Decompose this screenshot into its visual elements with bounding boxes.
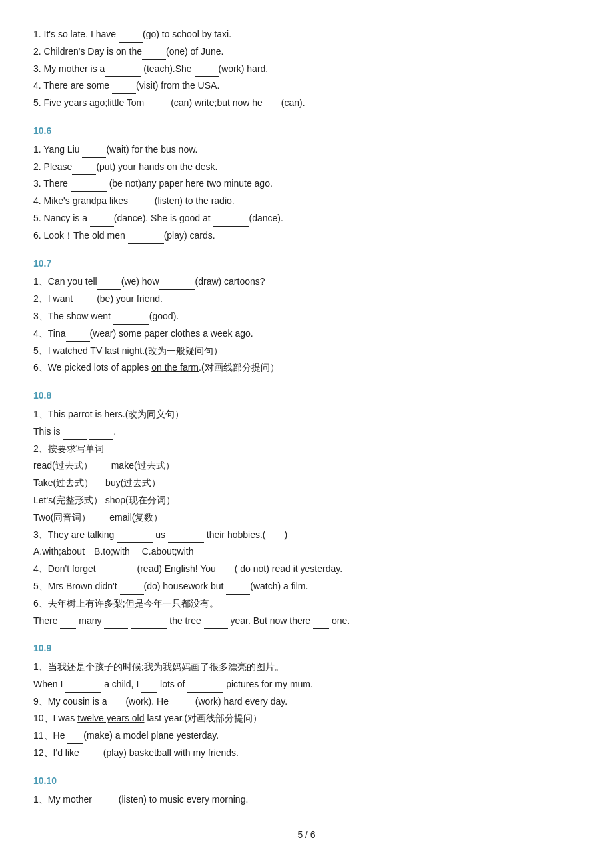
- section-108: 10.8 1、This parrot is hers.(改为同义句） This …: [33, 388, 580, 629]
- section-106-title: 10.6: [33, 123, 580, 139]
- s108-line-5: Take(过去式） buy(过去式）: [33, 475, 580, 491]
- s107-line-2: 2、I want(be) your friend.: [33, 291, 580, 307]
- s106-line-6: 6. Look！The old men (play) cards.: [33, 228, 580, 244]
- s106-line-2: 2. Please(put) your hands on the desk.: [33, 159, 580, 175]
- section-1010-title: 10.10: [33, 773, 580, 789]
- s106-line-3: 3. There (be not)any paper here two minu…: [33, 176, 580, 192]
- section-109-title: 10.9: [33, 641, 580, 657]
- s108-line-8: 3、They are talking us their hobbies.( ): [33, 527, 580, 543]
- s108-line-4: read(过去式） make(过去式）: [33, 458, 580, 474]
- s107-line-6: 6、We picked lots of apples on the farm.(…: [33, 360, 580, 376]
- section-106: 10.6 1. Yang Liu (wait) for the bus now.…: [33, 123, 580, 244]
- s106-line-4: 4. Mike's grandpa likes (listen) to the …: [33, 193, 580, 209]
- s109-line-3: 9、My cousin is a (work). He (work) hard …: [33, 694, 580, 710]
- s109-line-1: 1、当我还是个孩子的时候;我为我妈妈画了很多漂亮的图片。: [33, 659, 580, 675]
- s108-line-9: A.with;about B.to;with C.about;with: [33, 544, 580, 560]
- s1010-line-1: 1、My mother (listen) to music every morn…: [33, 792, 580, 808]
- s107-line-5: 5、I watched TV last night.(改为一般疑问句）: [33, 343, 580, 359]
- s108-line-12: 6、去年树上有许多梨;但是今年一只都没有。: [33, 596, 580, 612]
- s109-line-5: 11、He (make) a model plane yesterday.: [33, 728, 580, 744]
- intro-section: 1. It's so late. I have (go) to school b…: [33, 27, 580, 111]
- intro-line-1: 1. It's so late. I have (go) to school b…: [33, 27, 580, 43]
- intro-line-2: 2. Children's Day is on the(one) of June…: [33, 44, 580, 60]
- s108-line-13: There many the tree year. But now there …: [33, 613, 580, 629]
- intro-line-5: 5. Five years ago;little Tom (can) write…: [33, 95, 580, 111]
- section-107-title: 10.7: [33, 256, 580, 272]
- s108-line-1: 1、This parrot is hers.(改为同义句）: [33, 407, 580, 423]
- s107-line-4: 4、Tina(wear) some paper clothes a week a…: [33, 326, 580, 342]
- s107-line-1: 1、Can you tell(we) how(draw) cartoons?: [33, 274, 580, 290]
- intro-line-4: 4. There are some (visit) from the USA.: [33, 78, 580, 94]
- s108-line-2: This is .: [33, 424, 580, 440]
- page-number: 5 / 6: [33, 827, 580, 843]
- s108-line-10: 4、Don't forget (read) English! You ( do …: [33, 561, 580, 577]
- section-107: 10.7 1、Can you tell(we) how(draw) cartoo…: [33, 256, 580, 377]
- section-108-title: 10.8: [33, 388, 580, 404]
- s106-line-5: 5. Nancy is a (dance). She is good at (d…: [33, 211, 580, 227]
- intro-line-3: 3. My mother is a (teach).She (work) har…: [33, 61, 580, 77]
- s109-line-6: 12、I'd like(play) basketball with my fri…: [33, 745, 580, 761]
- s109-line-4: 10、I was twelve years old last year.(对画线…: [33, 711, 580, 727]
- s108-line-6: Let's(完整形式） shop(现在分词）: [33, 493, 580, 509]
- s109-line-2: When I a child, I lots of pictures for m…: [33, 677, 580, 693]
- s106-line-1: 1. Yang Liu (wait) for the bus now.: [33, 142, 580, 158]
- s108-line-3: 2、按要求写单词: [33, 441, 580, 457]
- section-1010: 10.10 1、My mother (listen) to music ever…: [33, 773, 580, 808]
- s107-line-3: 3、The show went (good).: [33, 309, 580, 325]
- section-109: 10.9 1、当我还是个孩子的时候;我为我妈妈画了很多漂亮的图片。 When I…: [33, 641, 580, 761]
- s108-line-7: Two(同音词） email(复数）: [33, 510, 580, 526]
- s108-line-11: 5、Mrs Brown didn't (do) housework but (w…: [33, 579, 580, 595]
